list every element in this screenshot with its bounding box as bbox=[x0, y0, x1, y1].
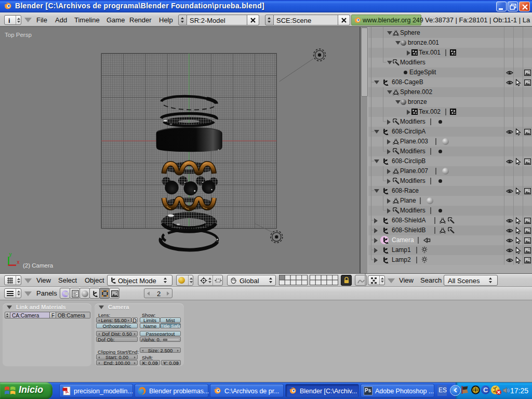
svg-text:x: x bbox=[17, 259, 20, 265]
svg-text:y: y bbox=[9, 251, 12, 257]
